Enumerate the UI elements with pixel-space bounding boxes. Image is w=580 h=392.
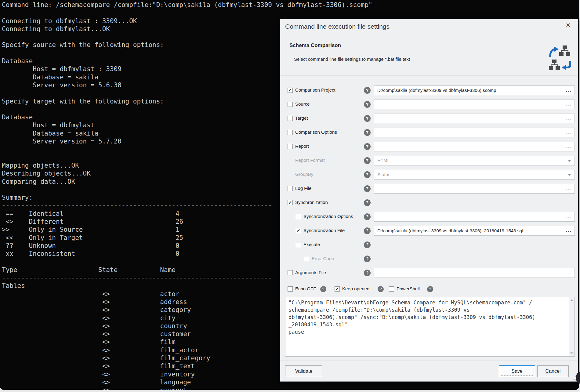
- help-icon[interactable]: ?: [364, 227, 371, 234]
- schema-sync-icon: [548, 45, 575, 74]
- comparison-project-field[interactable]: D:\comp\sakila (dbfmylast-3309 vs dbfmyl…: [374, 85, 575, 95]
- chevron-down-icon[interactable]: [567, 174, 571, 176]
- browse-button[interactable]: ...: [566, 268, 572, 277]
- error-code-label: Error Code: [312, 256, 334, 261]
- cancel-button[interactable]: Cancel: [537, 365, 569, 377]
- chevron-down-icon[interactable]: [567, 160, 571, 162]
- schema-comparison-heading: Schema Comparison: [289, 42, 341, 49]
- row-report-format: Report Format?HTML: [280, 155, 578, 166]
- log-file-field[interactable]: ...: [374, 184, 575, 194]
- browse-button[interactable]: ...: [566, 100, 572, 108]
- target-checkbox[interactable]: [288, 116, 293, 121]
- scroll-down-icon[interactable]: [570, 352, 574, 354]
- error-code-checkbox: [304, 256, 309, 261]
- help-icon[interactable]: ?: [427, 286, 433, 292]
- arguments-file-checkbox[interactable]: [288, 270, 293, 275]
- arrow-right-icon: [550, 47, 559, 57]
- browse-button[interactable]: ...: [566, 184, 572, 193]
- report-checkbox[interactable]: [288, 144, 293, 149]
- synchronization-file-checkbox[interactable]: ✓: [296, 228, 301, 233]
- scrollbar[interactable]: [569, 297, 575, 356]
- browse-button[interactable]: ...: [566, 114, 572, 122]
- groupby-label: GroupBy: [295, 172, 313, 177]
- source-field[interactable]: ...: [374, 100, 575, 109]
- row-target: Target?...: [280, 113, 578, 124]
- row-synchronization-options: Synchronization Options?...: [280, 211, 578, 222]
- synchronization-checkbox[interactable]: ✓: [288, 200, 293, 205]
- row-comparison-options: Comparison Options?...: [280, 127, 578, 138]
- synchronization-file-value: D:\comp\sakila (dbfmylast-3309 vs dbfmyl…: [377, 228, 523, 233]
- groupby-field[interactable]: Status: [374, 170, 575, 180]
- groupby-value: Status: [377, 172, 390, 177]
- powershell-checkbox[interactable]: [389, 286, 394, 292]
- browse-button[interactable]: ...: [566, 212, 572, 221]
- synchronization-options-checkbox[interactable]: [296, 214, 301, 219]
- source-checkbox[interactable]: [288, 102, 293, 107]
- arguments-file-label: Arguments File: [295, 270, 326, 275]
- help-icon[interactable]: ?: [364, 143, 371, 150]
- report-format-field[interactable]: HTML: [374, 156, 575, 165]
- target-field[interactable]: ...: [374, 114, 575, 123]
- row-comparison-project: ✓Comparison Project?D:\comp\sakila (dbfm…: [280, 85, 578, 96]
- report-field[interactable]: ...: [374, 142, 575, 151]
- validate-button[interactable]: Validate: [285, 365, 322, 377]
- help-icon[interactable]: ?: [364, 157, 371, 164]
- header-separator: [280, 75, 578, 76]
- row-synchronization-file: ✓Synchronization File?D:\comp\sakila (db…: [280, 225, 578, 236]
- echo-off-checkbox[interactable]: [288, 286, 293, 292]
- echo-off-label: Echo OFF: [295, 286, 316, 291]
- report-format-label: Report Format: [295, 158, 325, 163]
- arrow-return-icon: [562, 61, 570, 70]
- row-execute: Execute?: [280, 239, 578, 250]
- window-bottom-edge: [0, 390, 580, 392]
- browse-button[interactable]: ...: [566, 86, 572, 94]
- help-icon[interactable]: ?: [364, 241, 371, 248]
- log-file-label: Log File: [295, 186, 311, 191]
- help-icon[interactable]: ?: [364, 115, 371, 122]
- comparison-options-field[interactable]: ...: [374, 128, 575, 137]
- help-icon[interactable]: ?: [320, 286, 326, 292]
- browse-button[interactable]: ...: [566, 142, 572, 151]
- scroll-up-icon[interactable]: [570, 299, 574, 301]
- synchronization-file-field[interactable]: D:\comp\sakila (dbfmylast-3309 vs dbfmyl…: [374, 226, 575, 236]
- command-line-settings-dialog: Command line execution file settings × S…: [280, 19, 578, 382]
- help-icon[interactable]: ?: [364, 185, 371, 192]
- keep-opened-checkbox[interactable]: ✓: [335, 286, 340, 292]
- synchronization-options-label: Synchronization Options: [303, 214, 353, 219]
- help-icon[interactable]: ?: [364, 270, 371, 276]
- close-icon[interactable]: ×: [563, 20, 574, 30]
- execute-checkbox[interactable]: [296, 242, 301, 247]
- dialog-subtitle: Select command line file settings to man…: [294, 56, 410, 62]
- comparison-project-value: D:\comp\sakila (dbfmylast-3309 vs dbfmyl…: [377, 88, 496, 93]
- bat-file-textbox[interactable]: "C:\Program Files\Devart\dbForge Schema …: [285, 297, 575, 357]
- help-icon[interactable]: ?: [364, 256, 371, 262]
- screenshot-root: Command line: /schemacompare /compfile:"…: [0, 0, 580, 392]
- browse-button[interactable]: ...: [566, 226, 572, 235]
- row-report: Report?...: [280, 141, 578, 152]
- comparison-project-label: Comparison Project: [295, 87, 335, 93]
- target-label: Target: [295, 115, 308, 121]
- save-button[interactable]: Save: [499, 365, 535, 377]
- synchronization-label: Synchronization: [295, 200, 328, 205]
- browse-button[interactable]: ...: [566, 128, 572, 136]
- help-icon[interactable]: ?: [364, 199, 371, 206]
- help-icon[interactable]: ?: [364, 213, 371, 220]
- powershell-label: PowerShell: [397, 286, 420, 291]
- comparison-options-checkbox[interactable]: [288, 130, 293, 135]
- source-label: Source: [295, 101, 310, 107]
- arguments-file-field[interactable]: ...: [374, 268, 575, 278]
- comparison-project-checkbox[interactable]: ✓: [288, 88, 293, 93]
- footer-separator: [280, 361, 578, 361]
- help-icon[interactable]: ?: [364, 171, 371, 178]
- log-file-checkbox[interactable]: [288, 186, 293, 191]
- report-format-value: HTML: [377, 158, 390, 163]
- help-icon[interactable]: ?: [364, 87, 371, 94]
- help-icon[interactable]: ?: [378, 286, 384, 292]
- help-icon[interactable]: ?: [364, 101, 371, 108]
- options-toggle-row: Echo OFF?✓Keep opened?PowerShell?: [280, 285, 578, 294]
- row-source: Source?...: [280, 99, 578, 110]
- help-icon[interactable]: ?: [364, 129, 371, 136]
- synchronization-options-field[interactable]: ...: [374, 212, 575, 222]
- keep-opened-label: Keep opened: [342, 286, 369, 291]
- row-synchronization: ✓Synchronization?: [280, 197, 578, 208]
